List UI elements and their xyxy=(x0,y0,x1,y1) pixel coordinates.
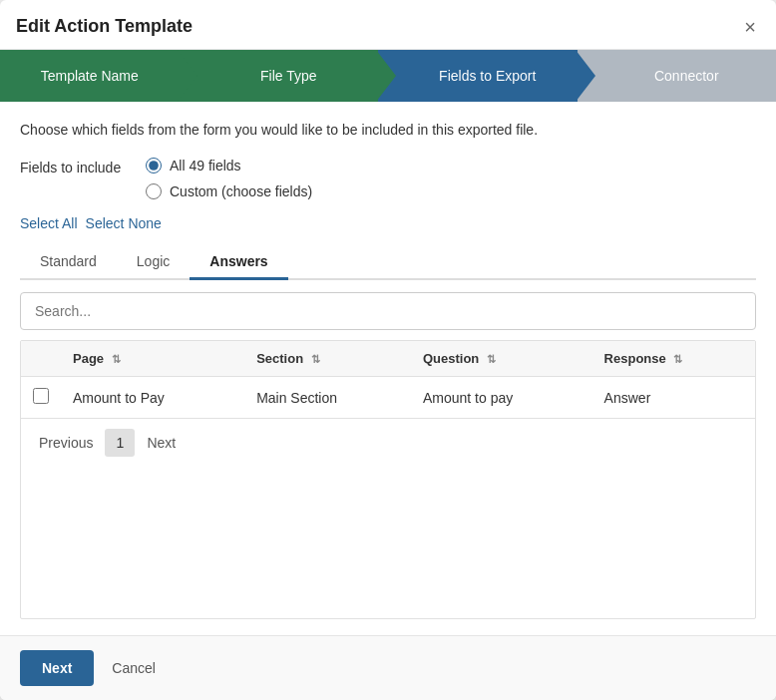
pagination: Previous 1 Next xyxy=(21,418,755,467)
th-page[interactable]: Page ⇅ xyxy=(61,341,244,377)
modal-header: Edit Action Template × xyxy=(0,0,776,50)
radio-all-fields[interactable]: All 49 fields xyxy=(146,158,312,174)
close-button[interactable]: × xyxy=(744,17,756,37)
step-template-name-label: Template Name xyxy=(41,68,139,84)
modal-content: Choose which fields from the form you wo… xyxy=(0,102,776,635)
row-checkbox[interactable] xyxy=(33,388,49,404)
step-fields-to-export-label: Fields to Export xyxy=(439,68,536,84)
table-wrapper: Page ⇅ Section ⇅ Question ⇅ Response xyxy=(20,340,756,619)
row-response: Answer xyxy=(592,377,755,419)
sort-response-icon: ⇅ xyxy=(673,353,682,366)
th-question[interactable]: Question ⇅ xyxy=(411,341,592,377)
fields-include-label: Fields to include xyxy=(20,158,130,175)
step-file-type[interactable]: File Type xyxy=(180,50,379,102)
fields-table: Page ⇅ Section ⇅ Question ⇅ Response xyxy=(21,341,755,418)
modal-title: Edit Action Template xyxy=(16,16,193,37)
sort-section-icon: ⇅ xyxy=(311,353,320,366)
select-links: Select All Select None xyxy=(20,215,756,231)
th-section[interactable]: Section ⇅ xyxy=(244,341,411,377)
radio-group: All 49 fields Custom (choose fields) xyxy=(146,158,312,199)
tab-answers[interactable]: Answers xyxy=(190,245,287,280)
modal-footer: Next Cancel xyxy=(0,635,776,700)
previous-page-button[interactable]: Previous xyxy=(33,431,99,455)
select-none-link[interactable]: Select None xyxy=(86,215,162,231)
th-response[interactable]: Response ⇅ xyxy=(592,341,755,377)
sort-question-icon: ⇅ xyxy=(487,353,496,366)
tabs: Standard Logic Answers xyxy=(20,245,756,280)
table-header-row: Page ⇅ Section ⇅ Question ⇅ Response xyxy=(21,341,755,377)
step-connector[interactable]: Connector xyxy=(578,50,777,102)
radio-custom-fields-label: Custom (choose fields) xyxy=(170,183,312,199)
next-button[interactable]: Next xyxy=(20,650,94,686)
tab-logic[interactable]: Logic xyxy=(117,245,190,280)
tab-standard[interactable]: Standard xyxy=(20,245,117,280)
row-question: Amount to pay xyxy=(411,377,592,419)
radio-all-fields-label: All 49 fields xyxy=(170,158,241,174)
select-all-link[interactable]: Select All xyxy=(20,215,78,231)
row-checkbox-cell[interactable] xyxy=(21,377,61,419)
stepper: Template Name File Type Fields to Export… xyxy=(0,50,776,102)
step-file-type-label: File Type xyxy=(260,68,317,84)
step-template-name[interactable]: Template Name xyxy=(0,50,180,102)
radio-custom-fields-input[interactable] xyxy=(146,183,162,199)
search-input[interactable] xyxy=(20,292,756,330)
th-checkbox xyxy=(21,341,61,377)
fields-include-section: Fields to include All 49 fields Custom (… xyxy=(20,158,756,199)
cancel-button[interactable]: Cancel xyxy=(104,650,164,686)
table-row: Amount to Pay Main Section Amount to pay… xyxy=(21,377,755,419)
row-section: Main Section xyxy=(244,377,411,419)
next-page-button[interactable]: Next xyxy=(141,431,182,455)
description-text: Choose which fields from the form you wo… xyxy=(20,122,756,138)
step-connector-label: Connector xyxy=(654,68,719,84)
radio-custom-fields[interactable]: Custom (choose fields) xyxy=(146,183,312,199)
radio-all-fields-input[interactable] xyxy=(146,158,162,174)
table-body: Amount to Pay Main Section Amount to pay… xyxy=(21,377,755,419)
modal: Edit Action Template × Template Name Fil… xyxy=(0,0,776,700)
page-number-1[interactable]: 1 xyxy=(105,429,135,457)
sort-page-icon: ⇅ xyxy=(112,353,121,366)
step-fields-to-export[interactable]: Fields to Export xyxy=(378,50,578,102)
row-page: Amount to Pay xyxy=(61,377,244,419)
